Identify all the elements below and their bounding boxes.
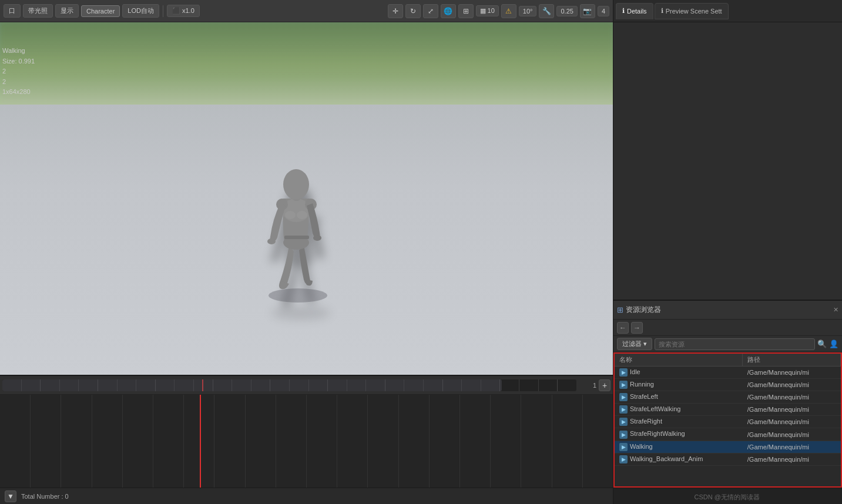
viewport-panel: 口 带光照 显示 Character LOD自动 ⬛ x1.0 ✛ ↻ ⤢ 🌐 … xyxy=(0,0,613,504)
toolbar-lod-btn[interactable]: LOD自动 xyxy=(122,4,159,18)
asset-type-icon: ▶ xyxy=(619,443,628,451)
main-layout: 口 带光照 显示 Character LOD自动 ⬛ x1.0 ✛ ↻ ⤢ 🌐 … xyxy=(0,0,842,504)
asset-type-icon: ▶ xyxy=(619,455,628,463)
preview-icon: ℹ xyxy=(661,7,663,15)
toolbar-angle-btn[interactable]: 10° xyxy=(519,6,537,16)
toolbar-rotate-btn[interactable]: ↻ xyxy=(405,4,421,18)
toolbar: 口 带光照 显示 Character LOD自动 ⬛ x1.0 ✛ ↻ ⤢ 🌐 … xyxy=(0,0,613,22)
watermark-bar: CSDN @无情的阅读器 xyxy=(613,488,842,504)
asset-type-icon: ▶ xyxy=(619,405,628,414)
asset-browser-nav: ← → xyxy=(613,320,842,336)
timeline-scrollbar-thumb[interactable] xyxy=(2,379,502,391)
asset-table-row[interactable]: ▶StrafeLeftWalking/Game/Mannequin/mi xyxy=(615,404,841,416)
viewport-info-line3: 2 xyxy=(2,66,35,77)
asset-path-cell: /Game/Mannequin/mi xyxy=(743,379,841,391)
asset-browser-close-btn[interactable]: ✕ xyxy=(833,306,838,314)
details-icon: ℹ xyxy=(622,7,625,15)
playhead-track xyxy=(200,395,201,488)
status-bar: ▼ Total Number : 0 xyxy=(0,488,613,504)
asset-name-cell: ▶Running xyxy=(615,379,743,391)
toolbar-warning-btn[interactable]: ⚠ xyxy=(501,4,516,18)
toolbar-globe-btn[interactable]: 🌐 xyxy=(441,4,456,18)
asset-table-row[interactable]: ▶StrafeLeft/Game/Mannequin/mi xyxy=(615,391,841,404)
toolbar-light-btn[interactable]: 带光照 xyxy=(23,4,53,18)
asset-name-cell: ▶Walking xyxy=(615,441,743,453)
toolbar-window-btn[interactable]: 口 xyxy=(4,4,21,18)
svg-point-9 xyxy=(285,211,296,219)
asset-table-row[interactable]: ▶Running/Game/Mannequin/mi xyxy=(615,379,841,391)
asset-table-row[interactable]: ▶Idle/Game/Mannequin/mi xyxy=(615,367,841,379)
filter-dropdown-icon: ▾ xyxy=(643,340,647,348)
svg-rect-11 xyxy=(284,236,309,239)
viewport-area[interactable]: Walking Size: 0.991 2 2 1x64x280 xyxy=(0,22,613,375)
svg-point-8 xyxy=(283,169,309,200)
filter-section: 过滤器 ▾ 🔍 👤 xyxy=(613,336,842,352)
svg-point-0 xyxy=(269,288,327,303)
toolbar-translate-btn[interactable]: ✛ xyxy=(388,4,403,18)
table-header-row: 名称 路径 xyxy=(615,354,841,367)
scale-icon: ⬛ xyxy=(172,7,180,14)
nav-back-btn[interactable]: ← xyxy=(617,322,629,334)
search-icon[interactable]: 🔍 xyxy=(817,340,827,348)
toolbar-right: ✛ ↻ ⤢ 🌐 ⊞ ▦ 10 ⚠ 10° 🔧 0.25 📷 4 xyxy=(388,4,610,18)
viewport-background: Walking Size: 0.991 2 2 1x64x280 xyxy=(0,22,613,375)
frame-number-display: 1 xyxy=(579,382,596,389)
col-path-header: 路径 xyxy=(743,354,841,367)
toolbar-display-btn[interactable]: 显示 xyxy=(55,4,79,18)
right-panel: ℹ Details ℹ Preview Scene Sett ⊞ 资源浏览器 ✕ xyxy=(613,0,842,504)
asset-table-row[interactable]: ▶StrafeRightWalking/Game/Mannequin/mi xyxy=(615,428,841,441)
viewport-info-line2: Size: 0.991 xyxy=(2,56,35,67)
asset-table-row[interactable]: ▶Walking_Backward_Anim/Game/Mannequin/mi xyxy=(615,453,841,465)
search-extra-btn[interactable]: 👤 xyxy=(829,340,838,348)
filter-btn[interactable]: 过滤器 ▾ xyxy=(617,338,652,350)
asset-browser: ⊞ 资源浏览器 ✕ ← → 过滤器 ▾ 🔍 👤 xyxy=(613,300,842,488)
asset-type-icon: ▶ xyxy=(619,431,628,439)
viewport-info-line1: Walking xyxy=(2,46,35,56)
asset-table-row[interactable]: ▶Walking/Game/Mannequin/mi xyxy=(615,441,841,453)
tab-details[interactable]: ℹ Details xyxy=(616,3,653,19)
asset-path-cell: /Game/Mannequin/mi xyxy=(743,404,841,416)
toolbar-scale-icon-btn[interactable]: ⤢ xyxy=(423,4,438,18)
asset-type-icon: ▶ xyxy=(619,368,628,377)
asset-type-icon: ▶ xyxy=(619,393,628,401)
toolbar-snap-value-btn[interactable]: 0.25 xyxy=(556,6,577,16)
asset-name-cell: ▶StrafeRightWalking xyxy=(615,428,743,441)
toolbar-scale-btn[interactable]: ⬛ x1.0 xyxy=(167,5,200,17)
details-content xyxy=(613,22,842,300)
asset-name-cell: ▶StrafeLeftWalking xyxy=(615,404,743,416)
svg-point-5 xyxy=(267,238,276,244)
asset-name-cell: ▶StrafeLeft xyxy=(615,391,743,404)
asset-path-cell: /Game/Mannequin/mi xyxy=(743,453,841,465)
timeline-ruler-area[interactable] xyxy=(2,379,576,391)
toolbar-character-btn[interactable]: Character xyxy=(81,5,120,17)
asset-name-cell: ▶Idle xyxy=(615,367,743,379)
asset-browser-icon: ⊞ xyxy=(617,305,623,314)
svg-point-6 xyxy=(313,235,321,241)
toolbar-magnet-btn[interactable]: 🔧 xyxy=(539,4,554,18)
col-name-header: 名称 xyxy=(615,354,743,367)
csdn-watermark: CSDN @无情的阅读器 xyxy=(695,493,760,502)
toolbar-snap-btn[interactable]: ⊞ xyxy=(458,4,474,18)
character-svg xyxy=(248,128,348,304)
search-input[interactable] xyxy=(655,338,815,350)
toolbar-camera-btn[interactable]: 📷 xyxy=(580,4,595,18)
toolbar-camera-num-btn[interactable]: 4 xyxy=(598,6,609,16)
viewport-info-line5: 1x64x280 xyxy=(2,87,35,98)
asset-table-row[interactable]: ▶StrafeRight/Game/Mannequin/mi xyxy=(615,416,841,428)
viewport-info-line4: 2 xyxy=(2,77,35,88)
asset-type-icon: ▶ xyxy=(619,381,628,389)
character-figure xyxy=(248,128,348,306)
tab-preview-scene[interactable]: ℹ Preview Scene Sett xyxy=(655,3,729,19)
timeline-track-area[interactable] xyxy=(0,395,613,488)
toolbar-grid-value-btn[interactable]: ▦ 10 xyxy=(476,5,499,16)
asset-path-cell: /Game/Mannequin/mi xyxy=(743,367,841,379)
grid-icon: ▦ xyxy=(480,7,486,14)
timeline-add-btn[interactable]: + xyxy=(599,379,610,391)
status-arrow-btn[interactable]: ▼ xyxy=(5,490,16,502)
asset-path-cell: /Game/Mannequin/mi xyxy=(743,441,841,453)
timeline-panel: 1 + xyxy=(0,375,613,504)
nav-forward-btn[interactable]: → xyxy=(631,322,643,334)
svg-point-10 xyxy=(297,211,307,219)
asset-name-cell: ▶Walking_Backward_Anim xyxy=(615,453,743,465)
asset-type-icon: ▶ xyxy=(619,418,628,426)
